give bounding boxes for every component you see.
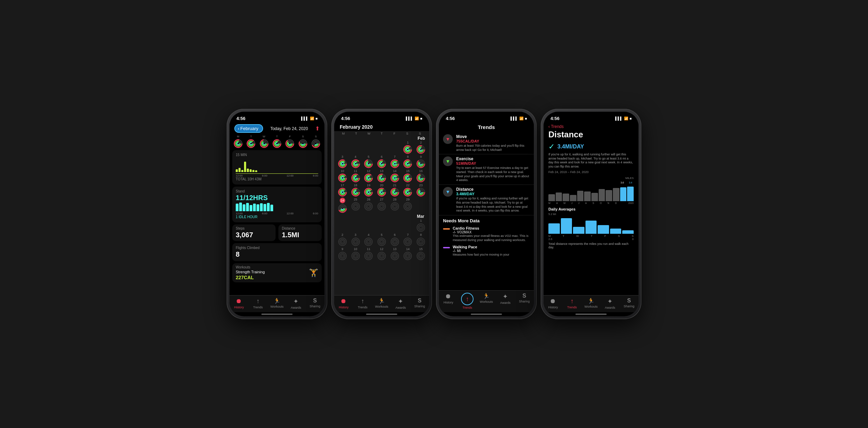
cal-cell-feb20: 20 xyxy=(375,183,388,197)
wifi-icon-2: 📶 xyxy=(415,117,419,120)
steps-label: Steps xyxy=(236,226,272,230)
svg-point-190 xyxy=(366,204,371,209)
cardio-dot xyxy=(443,228,450,230)
tab-awards-1[interactable]: ✦ Awards xyxy=(286,298,305,309)
tab-sharing-2[interactable]: S Sharing xyxy=(410,298,429,309)
svg-point-232 xyxy=(366,254,371,258)
workouts-tab-icon-3: 🏃 xyxy=(483,293,490,299)
time-2: 6:00 xyxy=(262,174,268,177)
history-tab-icon-3: ⏺ xyxy=(445,293,451,300)
tab-history-1[interactable]: ⏺ History xyxy=(229,298,249,309)
mar-row-3: 9 10 11 12 13 14 15 xyxy=(336,247,427,261)
week-day-m: M xyxy=(232,135,244,148)
steps-value: 3,067 xyxy=(236,231,272,239)
steps-card: Steps 3,067 xyxy=(232,224,276,241)
distance-description: If you're up for it, walking and running… xyxy=(544,153,639,169)
stand-title: Stand xyxy=(236,189,318,193)
cal-cell-mar10: 10 xyxy=(349,247,362,261)
threshold-line xyxy=(236,173,318,174)
move-trend-name: Move xyxy=(456,134,530,139)
phone-1-content: ‹ February Today, Feb 24, 2020 ⬆ M T xyxy=(229,122,324,295)
week-day-f: F xyxy=(284,135,296,148)
trend-distance: ▼ Distance 3.4MI/DAY If you're up for it… xyxy=(439,185,534,215)
bar-a xyxy=(556,192,562,201)
distance-arrow-icon: ▼ xyxy=(445,189,450,195)
tab-bar-1: ⏺ History ↑ Trends 🏃 Workouts ✦ Awards S xyxy=(229,295,324,312)
avg-max-label: 5.2 MI xyxy=(548,213,556,216)
tab-history-3[interactable]: ⏺ History xyxy=(439,293,458,309)
bar-jan xyxy=(620,187,627,201)
home-indicator-1 xyxy=(261,314,293,315)
tab-awards-4[interactable]: ✦ Awards xyxy=(600,298,619,309)
tab-trends-4[interactable]: ↑ Trends xyxy=(563,298,582,309)
cardio-info: Cardio Fitness -/- VO2MAX This estimates… xyxy=(453,226,530,242)
tab-workouts-1[interactable]: 🏃 Workouts xyxy=(268,298,287,309)
tab-bar-3: ⏺ History ↑ Trends 🏃 Workouts ✦ Awards xyxy=(439,290,534,312)
bar-4 xyxy=(244,162,246,172)
exercise-trend-name: Exercise xyxy=(456,156,530,161)
history-tab-icon-4: ⏺ xyxy=(550,298,556,305)
svg-point-187 xyxy=(353,204,358,209)
week-strip: M T W T F xyxy=(229,134,324,149)
tab-workouts-4[interactable]: 🏃 Workouts xyxy=(582,298,601,309)
tab-history-2[interactable]: ⏺ History xyxy=(334,298,353,309)
mar-calendar: 1 2 3 4 5 6 7 8 9 10 xyxy=(334,219,429,261)
tab-workouts-2[interactable]: 🏃 Workouts xyxy=(372,298,391,309)
cal-cell-mar6: 6 xyxy=(389,233,401,247)
tab-awards-3[interactable]: ✦ Awards xyxy=(496,293,515,309)
dow-su: S xyxy=(414,131,426,136)
bar-6 xyxy=(250,169,252,172)
move-arrow-icon: ▼ xyxy=(445,136,450,142)
svg-point-221 xyxy=(407,241,409,243)
tab-trends-1[interactable]: ↑ Trends xyxy=(249,298,268,309)
share-button[interactable]: ⬆ xyxy=(315,125,320,132)
svg-point-214 xyxy=(379,239,384,244)
cal-cell-mar1: 1 xyxy=(415,219,427,232)
stand-bar-4 xyxy=(246,203,249,211)
dow-t: T xyxy=(350,131,363,136)
stats-row: Steps 3,067 Distance 1.5MI xyxy=(232,224,322,241)
tab-awards-2[interactable]: ✦ Awards xyxy=(391,298,410,309)
stand-bars xyxy=(236,203,318,211)
tab-trends-3[interactable]: ↑ Trends xyxy=(458,293,477,309)
bar-m2 xyxy=(563,194,569,201)
svg-point-203 xyxy=(420,226,422,229)
tab-sharing-4[interactable]: S Sharing xyxy=(619,298,639,309)
stand-time-labels: 12:00 6:00 12:00 6:00 xyxy=(236,212,318,215)
svg-point-202 xyxy=(418,225,423,230)
cal-cell-feb14: 14 xyxy=(389,169,401,183)
history-tab-icon-2: ⏺ xyxy=(340,298,347,305)
cal-cell-feb11: 11 xyxy=(349,169,362,183)
distance-label: Distance xyxy=(282,226,318,230)
ref-value-34: 3.4 xyxy=(628,181,633,184)
svg-point-101 xyxy=(341,177,344,179)
back-to-trends[interactable]: ‹ Trends xyxy=(548,124,634,129)
cal-header: February 2020 xyxy=(334,122,429,131)
dow-m: M xyxy=(337,131,350,136)
cal-cell-mar8: 8 xyxy=(415,233,427,247)
move-trend-desc: Burn at least 759 calories today and you… xyxy=(456,144,530,152)
svg-point-205 xyxy=(340,239,345,244)
tab-sharing-1[interactable]: S Sharing xyxy=(305,298,324,309)
svg-point-223 xyxy=(418,239,423,244)
battery-icon-4: ■ xyxy=(630,117,632,120)
home-indicator-2 xyxy=(366,314,397,315)
chart-month-labels: M A M J J A S O N D 2020 xyxy=(548,202,634,204)
back-button-february[interactable]: ‹ February xyxy=(234,124,263,133)
svg-point-83 xyxy=(393,163,396,165)
tab-sharing-3[interactable]: S Sharing xyxy=(515,293,534,309)
workouts-tab-icon-4: 🏃 xyxy=(588,298,594,304)
svg-point-199 xyxy=(405,204,410,209)
distance-trend-info: Distance 3.4MI/DAY If you're up for it, … xyxy=(456,187,530,213)
signal-icon-4: ▌▌▌ xyxy=(615,117,623,120)
week-day-w: W xyxy=(258,135,270,148)
tab-history-4[interactable]: ⏺ History xyxy=(544,298,563,309)
svg-point-173 xyxy=(407,191,409,194)
svg-point-238 xyxy=(392,254,397,258)
stand-bar-10 xyxy=(267,203,270,211)
svg-point-236 xyxy=(380,255,383,257)
history-tab-label-4: History xyxy=(548,306,558,309)
tab-workouts-3[interactable]: 🏃 Workouts xyxy=(477,293,496,309)
tab-trends-2[interactable]: ↑ Trends xyxy=(353,298,372,309)
bar-feb xyxy=(627,187,634,201)
